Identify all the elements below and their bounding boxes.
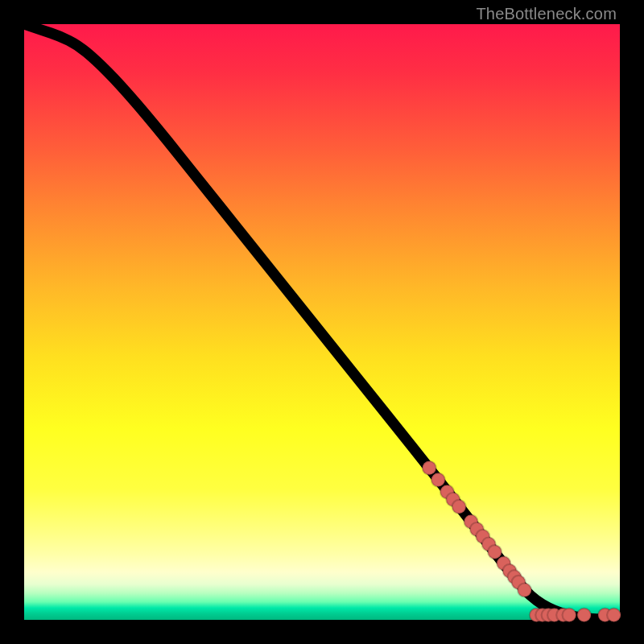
bottleneck-markers <box>423 461 621 622</box>
bottleneck-chart <box>24 24 620 620</box>
bottleneck-curve-line <box>24 24 620 620</box>
data-marker <box>518 583 531 597</box>
data-marker <box>431 473 445 487</box>
attribution-text: TheBottleneck.com <box>476 5 617 23</box>
data-marker <box>607 609 621 622</box>
data-marker <box>577 609 591 622</box>
data-marker <box>563 609 576 622</box>
chart-gradient-background <box>24 24 620 620</box>
data-marker <box>423 461 436 475</box>
data-marker <box>452 500 466 514</box>
